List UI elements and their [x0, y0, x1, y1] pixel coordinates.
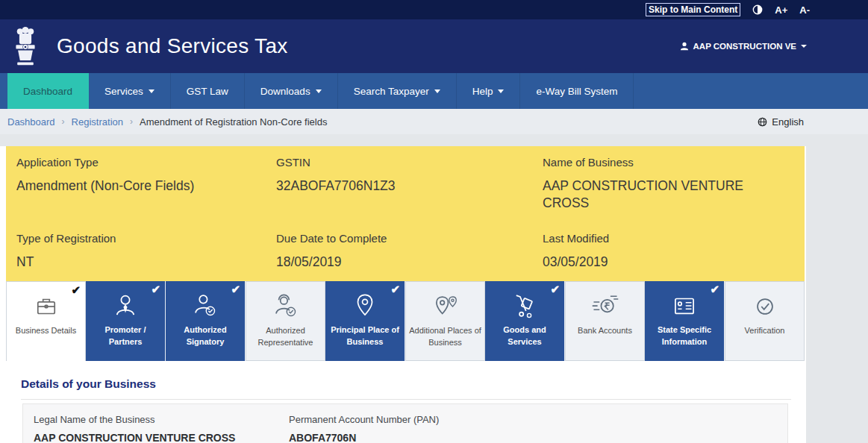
- nav-item-eway-bill-system[interactable]: e-Way Bill System: [520, 73, 634, 109]
- language-selector[interactable]: English: [758, 116, 861, 128]
- summary-due-date: Due Date to Complete 18/05/2019: [276, 232, 543, 271]
- check-icon: ✔: [231, 283, 240, 296]
- contrast-toggle-icon[interactable]: [752, 4, 763, 15]
- globe-icon: [758, 117, 767, 127]
- breadcrumb-separator: ›: [62, 116, 65, 127]
- caret-down-icon: [498, 89, 504, 93]
- summary-application-type: Application Type Amendment (Non-Core Fie…: [16, 156, 276, 212]
- check-icon: ✔: [390, 283, 400, 296]
- person-headset-check-icon: [272, 291, 300, 322]
- utility-bar: Skip to Main Content A+ A-: [0, 0, 868, 19]
- india-emblem-logo: [12, 25, 39, 67]
- caret-down-icon: [316, 89, 322, 93]
- nav-item-search-taxpayer[interactable]: Search Taxpayer: [338, 73, 457, 109]
- map-pin-icon: [351, 290, 379, 321]
- registration-tab-strip: ✔ Business Details ✔ Promoter / Partners…: [6, 281, 805, 361]
- user-icon: [680, 42, 689, 51]
- pan-field: Permanent Account Number (PAN) ABOFA7706…: [289, 414, 544, 443]
- tab-principal-place-of-business[interactable]: ✔ Principal Place of Business: [325, 281, 405, 361]
- check-icon: ✔: [710, 283, 719, 296]
- section-title: Details of your Business: [21, 377, 791, 400]
- application-summary-panel: Application Type Amendment (Non-Core Fie…: [6, 146, 805, 281]
- tab-business-details[interactable]: ✔ Business Details: [6, 281, 86, 361]
- summary-type-of-registration: Type of Registration NT: [16, 232, 276, 271]
- tab-authorized-representative[interactable]: Authorized Representative: [246, 281, 325, 361]
- caret-down-icon: [434, 89, 440, 93]
- caret-down-icon: [149, 89, 154, 93]
- main-content: Application Type Amendment (Non-Core Fie…: [0, 146, 806, 443]
- check-icon: ✔: [550, 283, 560, 296]
- font-decrease-button[interactable]: A-: [799, 5, 810, 15]
- nav-item-dashboard[interactable]: Dashboard: [7, 73, 89, 109]
- nav-item-downloads[interactable]: Downloads: [245, 73, 338, 109]
- main-nav: Dashboard Services GST Law Downloads Sea…: [0, 73, 868, 109]
- rupee-coin-icon: [591, 291, 619, 322]
- business-details-panel: Legal Name of the Business AAP CONSTRUCT…: [22, 403, 788, 443]
- tab-additional-places-of-business[interactable]: Additional Places of Business: [405, 281, 485, 361]
- briefcase-icon: [32, 291, 60, 322]
- check-icon: ✔: [151, 283, 160, 296]
- page-title: Goods and Services Tax: [57, 34, 288, 58]
- tab-goods-and-services[interactable]: ✔ Goods and Services: [485, 281, 565, 361]
- summary-name-of-business: Name of Business AAP CONSTRUCTION VENTUR…: [543, 156, 805, 212]
- legal-name-field: Legal Name of the Business AAP CONSTRUCT…: [34, 414, 289, 443]
- breadcrumb-separator: ›: [130, 116, 133, 127]
- person-check-icon: [191, 290, 219, 321]
- tab-state-specific-information[interactable]: ✔ State Specific Information: [645, 281, 725, 361]
- breadcrumb-registration[interactable]: Registration: [72, 116, 123, 128]
- summary-last-modified: Last Modified 03/05/2019: [543, 232, 805, 271]
- user-menu-label: AAP CONSTRUCTION VE: [693, 42, 796, 51]
- check-icon: ✔: [71, 283, 81, 297]
- nav-item-services[interactable]: Services: [89, 73, 171, 109]
- caret-down-icon: [801, 45, 807, 48]
- user-account-menu[interactable]: AAP CONSTRUCTION VE: [680, 42, 807, 51]
- tab-bank-accounts[interactable]: Bank Accounts: [565, 281, 645, 361]
- nav-item-gst-law[interactable]: GST Law: [171, 73, 245, 109]
- map-pins-icon: [431, 291, 460, 322]
- breadcrumb-current-page: Amendment of Registration Non-Core field…: [140, 116, 327, 128]
- tab-authorized-signatory[interactable]: ✔ Authorized Signatory: [166, 281, 246, 361]
- person-icon: [111, 290, 140, 321]
- tab-promoter-partners[interactable]: ✔ Promoter / Partners: [86, 281, 166, 361]
- font-increase-button[interactable]: A+: [775, 5, 787, 15]
- tab-verification[interactable]: Verification: [725, 281, 805, 361]
- breadcrumb-dashboard[interactable]: Dashboard: [7, 116, 55, 128]
- circle-check-icon: [751, 291, 779, 322]
- nav-item-help[interactable]: Help: [457, 73, 521, 109]
- summary-gstin: GSTIN 32ABOFA7706N1Z3: [276, 156, 543, 212]
- app-header: Goods and Services Tax AAP CONSTRUCTION …: [0, 19, 868, 73]
- language-label: English: [772, 116, 804, 128]
- skip-to-main-content-link[interactable]: Skip to Main Content: [646, 3, 740, 16]
- cart-icon: [511, 290, 539, 321]
- breadcrumb: Dashboard › Registration › Amendment of …: [0, 109, 868, 134]
- id-card-icon: [670, 290, 699, 321]
